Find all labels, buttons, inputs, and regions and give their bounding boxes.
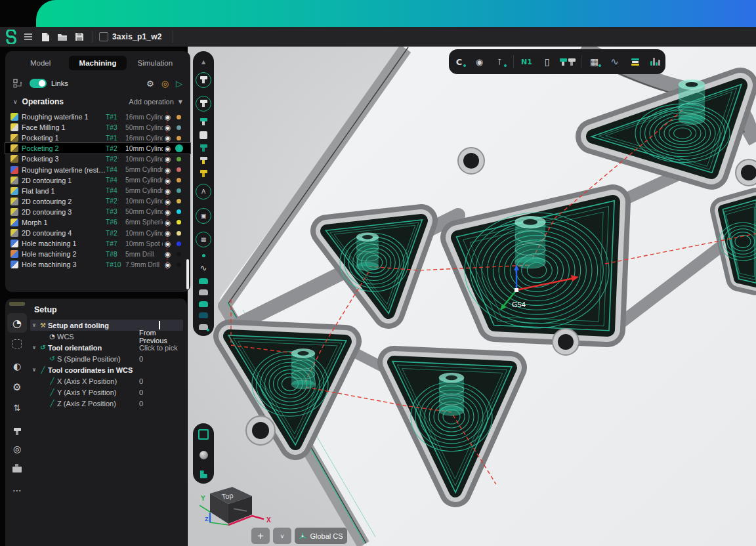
tab-model[interactable]: Model	[12, 56, 69, 70]
operation-color-dot[interactable]	[177, 262, 181, 267]
setup-row-y-axis-y-position-[interactable]: ╱Y (Axis Y Position)0	[30, 387, 183, 398]
setup-row-value[interactable]: 0	[139, 355, 143, 363]
measure-tape-icon[interactable]: ◉	[472, 54, 487, 69]
setup-row-tool-orientation[interactable]: ∨↺Tool orientationClick to pick	[30, 342, 183, 353]
flag-layers-icon[interactable]	[200, 471, 207, 478]
tool-stack-icon[interactable]	[628, 54, 642, 69]
operation-row[interactable]: Face Milling 1T#350mm Cylindri◉	[5, 122, 190, 133]
statistics-icon[interactable]	[648, 54, 663, 69]
run-play-icon[interactable]: ▷	[176, 79, 182, 89]
operation-row[interactable]: Hole machining 1T#710mm Spot dr◉	[5, 238, 190, 249]
links-toggle[interactable]	[30, 79, 47, 88]
operation-color-dot[interactable]	[177, 252, 181, 257]
setup-row-value[interactable]: 0	[139, 377, 143, 385]
operation-color-dot[interactable]	[177, 178, 181, 182]
tree-chevron-icon[interactable]: ∨	[30, 367, 38, 373]
operation-row[interactable]: 2D contouring 3T#350mm Cylindri◉	[5, 207, 190, 217]
operation-color-dot[interactable]	[177, 199, 181, 203]
operation-color-dot[interactable]	[177, 167, 181, 172]
operation-color-dot[interactable]	[177, 188, 181, 193]
operation-row[interactable]: Hole machining 2T#85mm Drill◉	[5, 249, 190, 259]
curve-icon[interactable]: ∿	[200, 263, 207, 273]
surface-teal-1-icon[interactable]	[199, 278, 208, 284]
wcs-setup-icon[interactable]: ◔	[7, 313, 27, 333]
tool-tip-yellow-icon[interactable]	[200, 157, 207, 164]
operation-row[interactable]: Pocketing 1T#116mm Cylindri◉	[5, 133, 190, 143]
tool-library-icon[interactable]	[5, 422, 29, 435]
add-operation-button[interactable]: Add operation	[129, 98, 174, 106]
fit-view-icon[interactable]	[198, 429, 209, 440]
operation-visibility-radio[interactable]: ◉	[163, 261, 173, 268]
add-cs-button[interactable]: +	[251, 528, 270, 544]
operation-visibility-radio[interactable]: ◉	[163, 113, 173, 121]
operation-visibility-radio[interactable]: ◉	[163, 198, 173, 205]
operation-row[interactable]: Hole machining 3T#107.9mm Drill◉	[5, 259, 190, 270]
tool-holder-1-icon[interactable]	[196, 71, 211, 89]
tool-teal-icon[interactable]	[200, 118, 207, 125]
global-cs-button[interactable]: Global CS	[295, 528, 347, 544]
setup-row-s-spindle-position-[interactable]: ↺S (Spindle Position)0	[30, 353, 183, 364]
tool-yellow-icon[interactable]	[200, 170, 207, 177]
gcode-n1-icon[interactable]: N1	[520, 54, 534, 69]
setup-row-tool-coordinates-in-wcs[interactable]: ∨╱Tool coordinates in WCS	[30, 364, 183, 375]
operation-color-dot[interactable]	[177, 157, 181, 161]
operation-color-dot[interactable]	[177, 136, 181, 140]
open-folder-icon[interactable]	[54, 29, 71, 45]
setup-row-x-axis-x-position-[interactable]: ╱X (Axis X Position)0	[30, 375, 183, 387]
tool-a-ring-icon[interactable]: A	[196, 182, 211, 201]
workpiece-icon[interactable]: ▯	[540, 54, 555, 69]
tab-simulation[interactable]: Simulation	[127, 56, 184, 70]
caliper-icon[interactable]: ⊺	[493, 54, 507, 69]
operation-row[interactable]: Pocketing 2T#210mm Cylindri◉	[5, 143, 190, 154]
operation-visibility-radio[interactable]: ◉	[163, 187, 173, 195]
operation-row[interactable]: Morph 1T#66mm Spherica◉	[5, 217, 190, 228]
new-file-icon[interactable]	[37, 29, 54, 45]
operation-visibility-radio[interactable]: ◉	[163, 155, 173, 163]
simulation-target-icon[interactable]: ◎	[161, 79, 169, 89]
operation-color-dot[interactable]	[177, 209, 181, 214]
stock-square-icon[interactable]	[200, 131, 207, 139]
scrollbar-thumb[interactable]	[186, 259, 189, 289]
divider-dot-icon[interactable]	[202, 254, 205, 257]
surface-gray-dot-icon[interactable]	[199, 324, 208, 330]
operation-visibility-radio[interactable]: ◉	[163, 166, 173, 174]
chevron-down-icon[interactable]: ∨	[13, 98, 18, 105]
settings-gear-icon[interactable]: ⚙	[5, 381, 29, 393]
operation-row[interactable]: Flat land 1T#45mm Cylindric◉	[5, 186, 190, 196]
operation-row[interactable]: Pocketing 3T#210mm Cylindri◉	[5, 154, 190, 164]
chevron-down-icon[interactable]: ▼	[178, 99, 182, 105]
tool-holder-2-icon[interactable]	[196, 94, 211, 113]
surface-teal-2-icon[interactable]	[199, 301, 208, 307]
operation-visibility-radio[interactable]: ◉	[163, 229, 173, 237]
operation-visibility-radio[interactable]: ◉	[163, 144, 173, 152]
reorder-icon[interactable]: ⇅	[5, 402, 29, 413]
tab-machining[interactable]: Machining	[69, 56, 126, 70]
operation-visibility-radio[interactable]: ◉	[163, 134, 173, 142]
setup-row-wcs[interactable]: ◔WCSFrom Previous	[30, 331, 183, 342]
operation-visibility-radio[interactable]: ◉	[163, 240, 173, 247]
operation-visibility-radio[interactable]: ◉	[163, 250, 173, 258]
clamp-icon[interactable]: ◎	[5, 443, 29, 455]
operation-visibility-radio[interactable]: ◉	[163, 177, 173, 184]
operation-color-dot[interactable]	[177, 115, 181, 119]
menu-icon[interactable]	[20, 29, 37, 45]
operation-row[interactable]: 2D contouring 4T#210mm Cylindri◉	[5, 228, 190, 238]
operation-row[interactable]: Roughing waterline 1T#116mm Cylindri◉	[5, 112, 190, 122]
setup-row-value[interactable]: 0	[139, 388, 143, 396]
calculator-icon[interactable]: ▦	[587, 54, 602, 69]
save-icon[interactable]	[71, 29, 88, 45]
setup-row-value[interactable]: 0	[139, 400, 143, 408]
surface-gray-icon[interactable]	[199, 289, 208, 295]
cs-dropdown-button[interactable]: ∨	[273, 528, 291, 544]
selection-icon[interactable]	[5, 339, 29, 351]
machine-ring-icon[interactable]: ▣	[196, 207, 211, 225]
view-sphere-icon[interactable]	[200, 451, 208, 459]
snap-magnet-icon[interactable]: C	[452, 54, 467, 69]
more-icon[interactable]: ⋯	[5, 484, 29, 496]
operation-row[interactable]: 2D contouring 1T#45mm Cylindric◉	[5, 175, 190, 186]
operation-row[interactable]: Roughing waterline (rest…T#45mm Cylindri…	[5, 164, 190, 175]
settings-gear-icon[interactable]: ⚙	[146, 79, 154, 89]
viewport-3d[interactable]: G54	[188, 46, 756, 546]
operation-visibility-radio[interactable]: ◉	[163, 219, 173, 226]
tool-pair-icon[interactable]	[560, 54, 575, 69]
